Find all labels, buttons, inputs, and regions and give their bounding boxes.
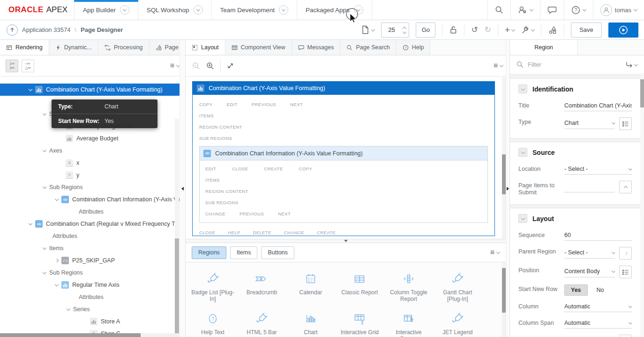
expand-editor-button[interactable]: [619, 335, 632, 337]
gallery-item-interactive-report[interactable]: Interactive Report: [385, 311, 432, 337]
column-select[interactable]: Automatic: [564, 302, 632, 312]
tree-horizontal-scrollbar[interactable]: [0, 333, 180, 337]
utilities-menu[interactable]: [521, 26, 534, 34]
unlock-icon[interactable]: [449, 25, 457, 34]
breadcrumb-application[interactable]: Application 33574: [22, 26, 70, 33]
order-by-processing-toggle[interactable]: 1═2═: [6, 60, 18, 72]
gallery-item-column-toggle-report[interactable]: Column Toggle Report: [385, 271, 432, 302]
collapse-right-icon[interactable]: [507, 187, 509, 191]
chevron-down-icon[interactable]: [279, 5, 288, 15]
chevron-down-icon[interactable]: [55, 197, 59, 200]
undo-icon[interactable]: ↺: [471, 26, 478, 34]
action-copy[interactable]: COPY: [299, 166, 313, 171]
action-previous[interactable]: PREVIOUS: [240, 211, 264, 216]
start-new-row-yes[interactable]: Yes: [564, 284, 588, 296]
tree-item-regular-time-axis[interactable]: Regular Time Axis: [0, 279, 180, 291]
tab-help[interactable]: ? Help: [397, 40, 431, 55]
tab-processing[interactable]: Processing: [98, 40, 150, 55]
gallery-item-help-text[interactable]: ? Help Text: [189, 311, 236, 336]
canvas-gallery-splitter[interactable]: [186, 239, 506, 243]
chevron-down-icon[interactable]: [194, 5, 203, 15]
tab-packaged-apps[interactable]: Packaged Apps: [297, 0, 372, 20]
redo-icon[interactable]: ↻: [485, 26, 491, 34]
right-splitter[interactable]: [506, 40, 509, 337]
tab-sql-workshop[interactable]: SQL Workshop: [138, 0, 212, 20]
tree-vertical-scrollbar[interactable]: [175, 119, 179, 333]
page-number-spinner[interactable]: 25: [381, 23, 409, 38]
gallery-item-calendar[interactable]: Calendar: [287, 271, 334, 296]
action-change[interactable]: CHANGE: [284, 230, 304, 235]
slot-sub-regions[interactable]: SUB REGIONS: [205, 200, 238, 205]
action-change[interactable]: CHANGE: [205, 211, 225, 216]
parent-region-select[interactable]: - Select -: [564, 248, 615, 259]
shared-components-icon[interactable]: [548, 25, 557, 35]
tab-app-builder[interactable]: App Builder: [74, 0, 138, 20]
tree-item-combination-chart-regular[interactable]: </> Combination Chart (Regular v Mixed F…: [0, 218, 180, 230]
position-select[interactable]: Content Body: [564, 267, 615, 277]
spinner-arrows[interactable]: [401, 26, 409, 33]
gallery-tab-items[interactable]: Items: [230, 246, 258, 259]
tab-component-view[interactable]: Component View: [225, 40, 292, 55]
gallery-tab-regions[interactable]: Regions: [192, 246, 226, 259]
chevron-down-icon[interactable]: [43, 270, 46, 274]
user-menu[interactable]: tomas: [593, 0, 644, 20]
gallery-item-breadcrumb[interactable]: Breadcrumb: [238, 271, 285, 296]
slot-sub-regions[interactable]: SUB REGIONS: [199, 136, 232, 141]
position-list-button[interactable]: [619, 266, 632, 278]
selected-region[interactable]: Combination Chart (Y-Axis Value Formatti…: [192, 81, 495, 236]
scrollbar-thumb[interactable]: [502, 154, 506, 194]
save-button[interactable]: Save: [571, 23, 602, 38]
page-select-icon[interactable]: [361, 25, 374, 34]
tree-item-p25-skip-gap[interactable]: ✓× P25_SKIP_GAP: [0, 254, 180, 267]
type-select[interactable]: Chart: [564, 119, 615, 129]
scrollbar-thumb[interactable]: [175, 238, 179, 337]
action-edit[interactable]: EDIT: [227, 102, 238, 107]
tab-region-properties[interactable]: Region: [510, 40, 578, 55]
tree-item-shop-c[interactable]: Shop C: [0, 328, 180, 333]
type-list-button[interactable]: [619, 117, 632, 130]
gallery-item-jet-legend[interactable]: JET Legend: [434, 311, 481, 336]
chevron-down-icon[interactable]: [29, 221, 32, 225]
start-new-row-no[interactable]: No: [592, 285, 609, 295]
action-delete[interactable]: DELETE: [253, 230, 271, 235]
action-edit[interactable]: EDIT: [205, 166, 216, 171]
help-icon[interactable]: ?: [564, 0, 593, 20]
gallery-menu-button[interactable]: ≡: [490, 249, 500, 256]
gallery-item-classic-report[interactable]: Classic Report: [336, 271, 383, 296]
tree-item-average-budget[interactable]: Average Budget: [0, 132, 180, 145]
tab-team-development[interactable]: Team Development: [212, 0, 297, 20]
go-to-parent-button[interactable]: [619, 247, 632, 260]
zoom-in-icon[interactable]: [206, 62, 214, 70]
tree-item-combination-chart-information[interactable]: </> Combination Chart Information (Y-Axi…: [0, 193, 180, 206]
gallery-tab-buttons[interactable]: Buttons: [261, 246, 294, 259]
run-page-button[interactable]: [608, 23, 638, 38]
tree-item-y-axis[interactable]: Yy: [0, 169, 180, 181]
tree-item-sub-regions[interactable]: Sub Regions: [0, 181, 180, 193]
tree-item-attributes[interactable]: Attributes: [0, 206, 180, 218]
go-button[interactable]: Go: [416, 23, 435, 38]
slot-items[interactable]: ITEMS: [199, 113, 214, 118]
chevron-right-icon[interactable]: [55, 259, 59, 262]
scrollbar-thumb[interactable]: [640, 79, 644, 107]
collapse-section-button[interactable]: [518, 214, 527, 223]
tree-item-combination-chart[interactable]: Combination Chart (Y-Axis Value Formatti…: [0, 84, 180, 96]
collapse-left-icon[interactable]: [181, 187, 184, 191]
scrollbar-thumb[interactable]: [502, 268, 506, 313]
chevron-down-icon[interactable]: [29, 87, 32, 91]
action-next[interactable]: NEXT: [278, 211, 291, 216]
filter-input[interactable]: [528, 61, 621, 68]
tree-item-attributes[interactable]: Attributes: [0, 291, 180, 303]
collapse-section-button[interactable]: [518, 84, 527, 93]
chevron-down-icon[interactable]: [43, 184, 46, 188]
scrollbar-thumb[interactable]: [0, 333, 141, 337]
tree-item-sub-regions[interactable]: Sub Regions: [0, 267, 180, 279]
administration-icon[interactable]: [510, 0, 540, 20]
layout-menu-button[interactable]: ≡: [494, 62, 503, 69]
chevron-down-icon[interactable]: [55, 282, 59, 286]
title-input[interactable]: [564, 102, 632, 109]
up-arrow-icon[interactable]: [7, 24, 18, 36]
tab-messages[interactable]: Messages: [292, 40, 341, 55]
left-splitter[interactable]: [180, 40, 185, 337]
sub-region-header[interactable]: </> Combination Chart Information (Y-Axi…: [200, 146, 487, 161]
order-by-type-toggle[interactable]: ○═△═: [22, 60, 34, 72]
